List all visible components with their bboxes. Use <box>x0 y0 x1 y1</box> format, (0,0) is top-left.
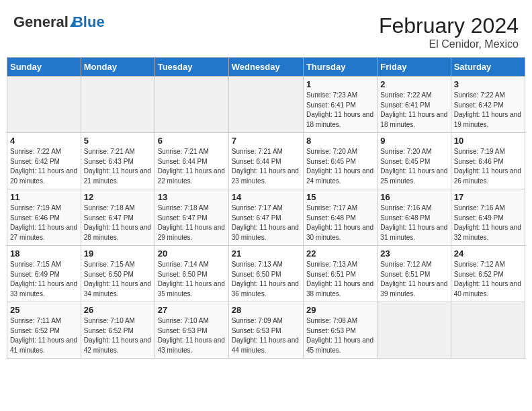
calendar-cell: 5Sunrise: 7:21 AMSunset: 6:43 PMDaylight… <box>81 133 154 189</box>
calendar-week-1: 1Sunrise: 7:23 AMSunset: 6:41 PMDaylight… <box>7 77 525 133</box>
day-info: Sunrise: 7:18 AMSunset: 6:47 PMDaylight:… <box>158 203 226 242</box>
day-info: Sunrise: 7:21 AMSunset: 6:44 PMDaylight:… <box>232 147 300 186</box>
calendar-cell: 12Sunrise: 7:18 AMSunset: 6:47 PMDayligh… <box>81 189 154 246</box>
day-info: Sunrise: 7:10 AMSunset: 6:53 PMDaylight:… <box>158 316 226 355</box>
weekday-saturday: Saturday <box>451 58 525 77</box>
calendar-cell: 25Sunrise: 7:11 AMSunset: 6:52 PMDayligh… <box>7 302 81 359</box>
day-number: 20 <box>158 248 226 259</box>
day-number: 19 <box>84 248 152 259</box>
day-info: Sunrise: 7:17 AMSunset: 6:47 PMDaylight:… <box>232 203 300 242</box>
weekday-monday: Monday <box>81 58 154 77</box>
day-number: 6 <box>158 136 226 146</box>
day-number: 1 <box>306 79 374 89</box>
calendar-cell: 26Sunrise: 7:10 AMSunset: 6:52 PMDayligh… <box>81 302 154 359</box>
calendar-week-2: 4Sunrise: 7:22 AMSunset: 6:42 PMDaylight… <box>7 133 525 189</box>
day-info: Sunrise: 7:08 AMSunset: 6:53 PMDaylight:… <box>306 316 374 355</box>
calendar-cell: 14Sunrise: 7:17 AMSunset: 6:47 PMDayligh… <box>228 189 303 246</box>
calendar-header: SundayMondayTuesdayWednesdayThursdayFrid… <box>7 58 525 77</box>
day-number: 16 <box>380 192 447 202</box>
weekday-header-row: SundayMondayTuesdayWednesdayThursdayFrid… <box>7 58 525 77</box>
day-info: Sunrise: 7:13 AMSunset: 6:50 PMDaylight:… <box>232 260 300 299</box>
day-number: 21 <box>232 248 300 259</box>
day-info: Sunrise: 7:20 AMSunset: 6:45 PMDaylight:… <box>380 147 447 186</box>
calendar-cell <box>7 77 81 133</box>
day-info: Sunrise: 7:19 AMSunset: 6:46 PMDaylight:… <box>454 147 522 186</box>
calendar-cell: 2Sunrise: 7:22 AMSunset: 6:41 PMDaylight… <box>378 77 451 133</box>
calendar-table: SundayMondayTuesdayWednesdayThursdayFrid… <box>7 57 525 359</box>
calendar-week-5: 25Sunrise: 7:11 AMSunset: 6:52 PMDayligh… <box>7 302 525 359</box>
day-number: 8 <box>306 136 374 146</box>
day-info: Sunrise: 7:19 AMSunset: 6:46 PMDaylight:… <box>10 203 78 242</box>
weekday-sunday: Sunday <box>7 58 81 77</box>
calendar-cell: 27Sunrise: 7:10 AMSunset: 6:53 PMDayligh… <box>154 302 228 359</box>
day-info: Sunrise: 7:16 AMSunset: 6:49 PMDaylight:… <box>454 203 522 242</box>
weekday-friday: Friday <box>378 58 451 77</box>
calendar-subtitle: El Cenidor, Mexico <box>379 38 519 50</box>
day-info: Sunrise: 7:21 AMSunset: 6:44 PMDaylight:… <box>158 147 226 186</box>
day-info: Sunrise: 7:12 AMSunset: 6:52 PMDaylight:… <box>454 260 522 299</box>
day-info: Sunrise: 7:13 AMSunset: 6:51 PMDaylight:… <box>306 260 374 299</box>
day-info: Sunrise: 7:21 AMSunset: 6:43 PMDaylight:… <box>84 147 152 186</box>
calendar-cell: 23Sunrise: 7:12 AMSunset: 6:51 PMDayligh… <box>378 246 451 302</box>
calendar-cell: 9Sunrise: 7:20 AMSunset: 6:45 PMDaylight… <box>378 133 451 189</box>
day-info: Sunrise: 7:22 AMSunset: 6:42 PMDaylight:… <box>454 91 522 130</box>
day-number: 22 <box>306 248 374 259</box>
day-info: Sunrise: 7:10 AMSunset: 6:52 PMDaylight:… <box>84 316 152 355</box>
calendar-cell <box>228 77 303 133</box>
day-number: 25 <box>10 305 78 315</box>
calendar-title: February 2024 <box>379 13 519 38</box>
day-number: 3 <box>454 79 522 89</box>
day-info: Sunrise: 7:23 AMSunset: 6:41 PMDaylight:… <box>306 91 374 130</box>
calendar-cell <box>378 302 451 359</box>
day-number: 24 <box>454 248 522 259</box>
day-number: 29 <box>306 305 374 315</box>
calendar-cell: 3Sunrise: 7:22 AMSunset: 6:42 PMDaylight… <box>451 77 525 133</box>
day-info: Sunrise: 7:17 AMSunset: 6:48 PMDaylight:… <box>306 203 374 242</box>
calendar-cell: 11Sunrise: 7:19 AMSunset: 6:46 PMDayligh… <box>7 189 81 246</box>
day-number: 23 <box>380 248 447 259</box>
calendar-cell: 22Sunrise: 7:13 AMSunset: 6:51 PMDayligh… <box>303 246 377 302</box>
day-number: 28 <box>232 305 300 315</box>
calendar-cell: 20Sunrise: 7:14 AMSunset: 6:50 PMDayligh… <box>154 246 228 302</box>
weekday-tuesday: Tuesday <box>154 58 228 77</box>
calendar-week-3: 11Sunrise: 7:19 AMSunset: 6:46 PMDayligh… <box>7 189 525 246</box>
day-info: Sunrise: 7:22 AMSunset: 6:42 PMDaylight:… <box>10 147 78 186</box>
day-number: 15 <box>306 192 374 202</box>
day-number: 7 <box>232 136 300 146</box>
day-number: 11 <box>10 192 78 202</box>
day-info: Sunrise: 7:12 AMSunset: 6:51 PMDaylight:… <box>380 260 447 299</box>
day-number: 10 <box>454 136 522 146</box>
day-number: 14 <box>232 192 300 202</box>
weekday-wednesday: Wednesday <box>228 58 303 77</box>
calendar-cell: 15Sunrise: 7:17 AMSunset: 6:48 PMDayligh… <box>303 189 377 246</box>
day-number: 12 <box>84 192 152 202</box>
day-info: Sunrise: 7:20 AMSunset: 6:45 PMDaylight:… <box>306 147 374 186</box>
day-number: 9 <box>380 136 447 146</box>
day-number: 5 <box>84 136 152 146</box>
logo-general-text: General <box>13 13 69 31</box>
day-info: Sunrise: 7:15 AMSunset: 6:50 PMDaylight:… <box>84 260 152 299</box>
calendar-cell: 29Sunrise: 7:08 AMSunset: 6:53 PMDayligh… <box>303 302 377 359</box>
weekday-thursday: Thursday <box>303 58 377 77</box>
title-block: February 2024 El Cenidor, Mexico <box>379 13 519 50</box>
calendar-cell: 16Sunrise: 7:16 AMSunset: 6:48 PMDayligh… <box>378 189 451 246</box>
calendar-cell: 18Sunrise: 7:15 AMSunset: 6:49 PMDayligh… <box>7 246 81 302</box>
calendar-cell: 13Sunrise: 7:18 AMSunset: 6:47 PMDayligh… <box>154 189 228 246</box>
calendar-cell: 24Sunrise: 7:12 AMSunset: 6:52 PMDayligh… <box>451 246 525 302</box>
day-info: Sunrise: 7:22 AMSunset: 6:41 PMDaylight:… <box>380 91 447 130</box>
day-info: Sunrise: 7:11 AMSunset: 6:52 PMDaylight:… <box>10 316 78 355</box>
logo-blue-text: Blue <box>73 13 105 31</box>
calendar-cell: 17Sunrise: 7:16 AMSunset: 6:49 PMDayligh… <box>451 189 525 246</box>
calendar-body: 1Sunrise: 7:23 AMSunset: 6:41 PMDaylight… <box>7 77 525 359</box>
page-header: General Blue February 2024 El Cenidor, M… <box>7 7 525 54</box>
calendar-cell: 28Sunrise: 7:09 AMSunset: 6:53 PMDayligh… <box>228 302 303 359</box>
calendar-cell: 21Sunrise: 7:13 AMSunset: 6:50 PMDayligh… <box>228 246 303 302</box>
calendar-week-4: 18Sunrise: 7:15 AMSunset: 6:49 PMDayligh… <box>7 246 525 302</box>
day-number: 26 <box>84 305 152 315</box>
day-number: 13 <box>158 192 226 202</box>
calendar-cell <box>154 77 228 133</box>
calendar-cell <box>451 302 525 359</box>
calendar-cell: 7Sunrise: 7:21 AMSunset: 6:44 PMDaylight… <box>228 133 303 189</box>
logo: General Blue <box>13 13 105 31</box>
day-info: Sunrise: 7:15 AMSunset: 6:49 PMDaylight:… <box>10 260 78 299</box>
